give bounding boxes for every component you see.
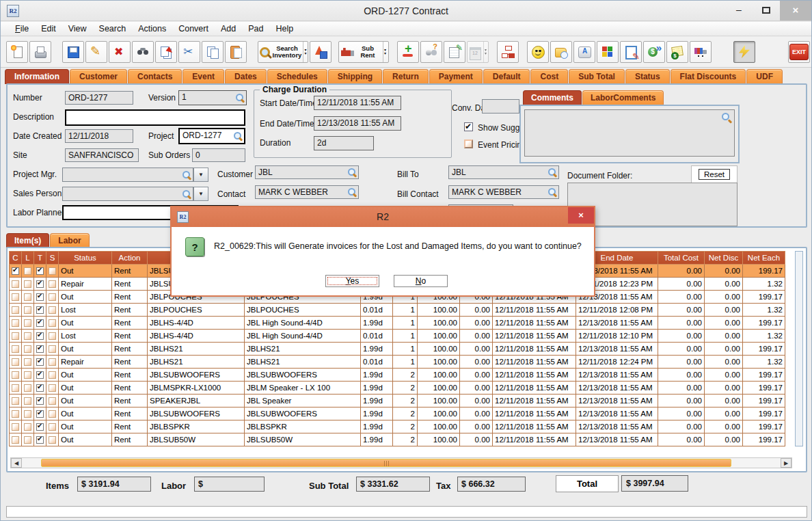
cell-l[interactable]: [22, 433, 34, 446]
close-button[interactable]: ×: [780, 1, 811, 21]
cell-nd[interactable]: 0.00: [705, 433, 743, 446]
cell-tc[interactable]: 0.00: [658, 408, 705, 420]
cell-action[interactable]: Rent: [112, 382, 148, 395]
exit-button[interactable]: EXIT: [788, 41, 810, 63]
cell-status[interactable]: Repair: [59, 356, 112, 369]
cell-code[interactable]: JBLMSPKR-LX1000: [148, 382, 245, 395]
cell-tc[interactable]: 0.00: [658, 395, 705, 408]
folder-time-button[interactable]: [550, 41, 572, 63]
send-money-button[interactable]: [643, 41, 665, 63]
cell-nd[interactable]: 0.00: [705, 382, 743, 395]
cell-qty[interactable]: 1: [393, 330, 418, 343]
cell-tc[interactable]: 0.00: [658, 265, 705, 278]
cell-status[interactable]: Repair: [59, 278, 112, 291]
cell-desc[interactable]: JBLHS21: [245, 356, 361, 369]
menu-view[interactable]: View: [62, 23, 93, 35]
cell-qty[interactable]: 2: [393, 369, 418, 382]
cell-price[interactable]: 100.00: [418, 382, 460, 395]
cell-l[interactable]: [22, 382, 34, 395]
cell-end[interactable]: 12/13/2018 11:55 AM: [576, 395, 658, 408]
cell-dur[interactable]: 1.99d: [361, 382, 393, 395]
cell-s[interactable]: [46, 408, 59, 420]
cell-status[interactable]: Out: [59, 265, 112, 278]
table-row[interactable]: OutRentJBLSUBWOOFERSJBLSUBWOOFERS1.99d21…: [10, 369, 785, 382]
cell-qty[interactable]: 2: [393, 408, 418, 420]
cell-l[interactable]: [22, 343, 34, 356]
c-checkbox[interactable]: [12, 410, 19, 418]
table-row[interactable]: OutRentJBLBSPKRJBLBSPKR1.99d2100.000.001…: [10, 420, 785, 433]
table-row[interactable]: OutRentJBLMSPKR-LX1000JBLM Speaker - LX …: [10, 382, 785, 395]
cell-s[interactable]: [46, 291, 59, 304]
cell-c[interactable]: [10, 304, 22, 317]
customer-search-icon[interactable]: [347, 168, 357, 177]
t-checkbox[interactable]: [36, 397, 44, 405]
cell-start[interactable]: 12/11/2018 11:55 AM: [493, 343, 576, 356]
cell-qty[interactable]: 2: [393, 382, 418, 395]
cell-code[interactable]: JBLHS21: [148, 356, 245, 369]
cell-l[interactable]: [22, 356, 34, 369]
bill-to-field[interactable]: JBL: [448, 165, 559, 179]
cell-disc[interactable]: 0.00: [460, 382, 493, 395]
cell-c[interactable]: [10, 433, 22, 446]
s-checkbox[interactable]: [49, 358, 56, 366]
cell-l[interactable]: [22, 317, 34, 330]
cell-desc[interactable]: JBLSUB50W: [245, 433, 361, 446]
t-checkbox[interactable]: [36, 358, 44, 366]
cell-tc[interactable]: 0.00: [658, 304, 705, 317]
search-inventory-dropdown-arrows[interactable]: ▾▾: [303, 42, 307, 62]
l-checkbox[interactable]: [24, 384, 31, 392]
l-checkbox[interactable]: [24, 436, 31, 444]
cell-c[interactable]: [10, 278, 22, 291]
cell-tc[interactable]: 0.00: [658, 369, 705, 382]
save-button[interactable]: [62, 41, 84, 63]
search-inventory-button[interactable]: Search Inventory▾▾: [258, 41, 308, 63]
cell-action[interactable]: Rent: [112, 317, 148, 330]
cell-qty[interactable]: 2: [393, 395, 418, 408]
cell-code[interactable]: JBLSUB50W: [148, 433, 245, 446]
cell-end[interactable]: 12/13/2018 11:55 AM: [576, 420, 658, 433]
smiley-button[interactable]: [527, 41, 549, 63]
cell-c[interactable]: [10, 369, 22, 382]
menu-search[interactable]: Search: [93, 23, 133, 35]
project-search-icon[interactable]: [233, 131, 243, 141]
cell-start[interactable]: 12/11/2018 11:55 AM: [493, 304, 576, 317]
column-header-action[interactable]: Action: [112, 252, 148, 265]
cell-end[interactable]: 12/13/2018 11:55 AM: [576, 343, 658, 356]
c-checkbox[interactable]: [12, 319, 19, 327]
table-row[interactable]: LostRentJBLHS-4/4DJBL High Sound-4/4D0.0…: [10, 330, 785, 343]
column-header-tc[interactable]: Total Cost: [658, 252, 705, 265]
cell-t[interactable]: [34, 330, 46, 343]
t-checkbox[interactable]: [36, 423, 44, 431]
cell-s[interactable]: [46, 278, 59, 291]
t-checkbox[interactable]: [36, 267, 44, 275]
cell-t[interactable]: [34, 433, 46, 446]
bill-contact-search-icon[interactable]: [547, 187, 557, 197]
cell-c[interactable]: [10, 343, 22, 356]
calendar-button[interactable]: ▾▾: [467, 41, 489, 63]
tab-schedules[interactable]: Schedules: [267, 69, 327, 84]
c-checkbox[interactable]: [12, 371, 19, 379]
t-checkbox[interactable]: [36, 410, 44, 418]
duration-field[interactable]: 2d: [314, 136, 374, 150]
cell-s[interactable]: [46, 369, 59, 382]
cell-end[interactable]: 12/11/2018 12:10 PM: [576, 330, 658, 343]
c-checkbox[interactable]: [12, 358, 19, 366]
cell-tc[interactable]: 0.00: [658, 356, 705, 369]
menu-add[interactable]: Add: [215, 23, 242, 35]
table-row[interactable]: OutRentJBLSUB50WJBLSUB50W1.99d2100.000.0…: [10, 433, 785, 446]
s-checkbox[interactable]: [49, 306, 56, 314]
tab-information[interactable]: Information: [5, 69, 69, 84]
table-row[interactable]: RepairRentJBLHS21JBLHS210.01d1100.000.00…: [10, 356, 785, 369]
t-checkbox[interactable]: [36, 280, 44, 288]
horizontal-scrollbar-thumb[interactable]: [41, 459, 731, 467]
cell-ne[interactable]: 1.32: [743, 330, 785, 343]
cell-tc[interactable]: 0.00: [658, 317, 705, 330]
c-checkbox[interactable]: [12, 332, 19, 340]
notes-button[interactable]: [444, 41, 465, 63]
cell-action[interactable]: Rent: [112, 343, 148, 356]
cell-disc[interactable]: 0.00: [460, 395, 493, 408]
column-header-c[interactable]: C: [10, 252, 22, 265]
cell-end[interactable]: 12/13/2018 11:55 AM: [576, 433, 658, 446]
cell-disc[interactable]: 0.00: [460, 356, 493, 369]
cell-action[interactable]: Rent: [112, 420, 148, 433]
